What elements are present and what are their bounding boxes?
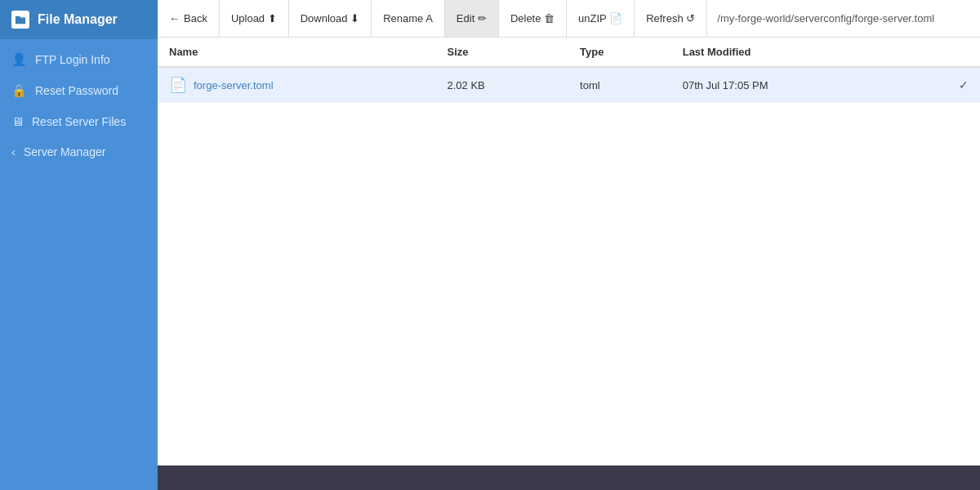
sidebar: File Manager 👤 FTP Login Info 🔒 Reset Pa… xyxy=(0,0,158,490)
table-header-row: Name Size Type Last Modified xyxy=(158,38,980,67)
sidebar-item-reset-password-label: Reset Password xyxy=(35,84,118,97)
main-area: ← Back Upload ⬆ Download ⬇ Rename A Edit… xyxy=(158,0,980,490)
server-manager-icon: ‹ xyxy=(11,145,16,158)
file-table-container: Name Size Type Last Modified 📄 forge-ser… xyxy=(158,38,980,466)
unzip-label: unZIP 📄 xyxy=(578,12,622,24)
back-arrow-icon: ← xyxy=(169,12,180,24)
upload-label: Upload ⬆ xyxy=(231,12,277,24)
col-name: Name xyxy=(158,38,436,67)
rename-label: Rename A xyxy=(383,12,433,24)
sidebar-item-server-manager[interactable]: ‹ Server Manager xyxy=(0,136,158,167)
col-type: Type xyxy=(568,38,671,67)
download-button[interactable]: Download ⬇ xyxy=(289,0,372,37)
refresh-label: Refresh ↺ xyxy=(646,12,695,24)
reset-password-icon: 🔒 xyxy=(11,83,27,98)
bottom-bar xyxy=(158,466,980,490)
sidebar-item-ftp-login-label: FTP Login Info xyxy=(35,53,110,66)
sidebar-item-reset-server-files[interactable]: 🖥 Reset Server Files xyxy=(0,106,158,136)
sidebar-item-reset-password[interactable]: 🔒 Reset Password xyxy=(0,75,158,106)
file-name-link[interactable]: forge-server.toml xyxy=(194,79,274,91)
sidebar-item-ftp-login[interactable]: 👤 FTP Login Info xyxy=(0,44,158,75)
delete-label: Delete 🗑 xyxy=(510,12,555,24)
back-button[interactable]: ← Back xyxy=(158,0,220,37)
sidebar-item-server-manager-label: Server Manager xyxy=(24,145,105,158)
unzip-button[interactable]: unZIP 📄 xyxy=(567,0,635,37)
delete-button[interactable]: Delete 🗑 xyxy=(499,0,567,37)
sidebar-nav: 👤 FTP Login Info 🔒 Reset Password 🖥 Rese… xyxy=(0,39,158,167)
back-label: Back xyxy=(184,12,207,24)
edit-button[interactable]: Edit ✏ xyxy=(445,0,499,37)
file-check-cell: ✓ xyxy=(908,67,980,103)
file-last-modified: 07th Jul 17:05 PM xyxy=(671,67,909,103)
checkmark-icon: ✓ xyxy=(959,78,969,91)
sidebar-item-reset-server-files-label: Reset Server Files xyxy=(32,115,126,128)
file-table: Name Size Type Last Modified 📄 forge-ser… xyxy=(158,38,980,103)
col-size: Size xyxy=(436,38,569,67)
toolbar: ← Back Upload ⬆ Download ⬇ Rename A Edit… xyxy=(158,0,980,38)
sidebar-title-text: File Manager xyxy=(38,12,118,27)
sidebar-title: File Manager xyxy=(0,0,158,39)
table-row[interactable]: 📄 forge-server.toml 2.02 KB toml 07th Ju… xyxy=(158,67,980,103)
ftp-login-icon: 👤 xyxy=(11,52,27,67)
col-actions xyxy=(908,38,980,67)
file-size: 2.02 KB xyxy=(436,67,569,103)
file-manager-icon xyxy=(11,11,29,29)
file-doc-icon: 📄 xyxy=(169,76,187,94)
edit-label: Edit ✏ xyxy=(457,12,487,24)
path-display: /my-forge-world/serverconfig/forge-serve… xyxy=(707,0,980,37)
refresh-button[interactable]: Refresh ↺ xyxy=(635,0,707,37)
download-label: Download ⬇ xyxy=(301,12,359,24)
rename-button[interactable]: Rename A xyxy=(372,0,445,37)
reset-server-files-icon: 🖥 xyxy=(11,114,24,128)
col-last-modified: Last Modified xyxy=(671,38,909,67)
file-name-cell: 📄 forge-server.toml xyxy=(158,67,436,103)
file-type: toml xyxy=(568,67,671,103)
upload-button[interactable]: Upload ⬆ xyxy=(220,0,289,37)
